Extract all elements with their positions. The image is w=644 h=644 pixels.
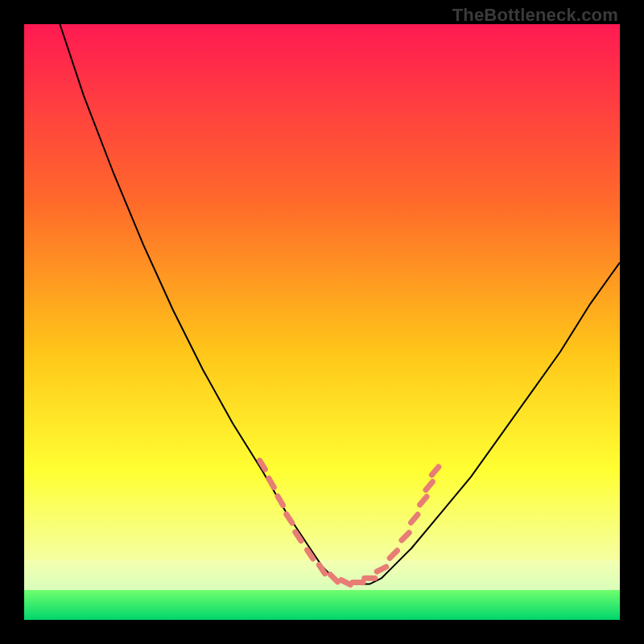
highlight-marker: [402, 533, 409, 540]
bottleneck-curve: [60, 24, 620, 584]
plot-area: [24, 24, 620, 620]
highlight-marker: [269, 478, 274, 487]
highlight-marker: [287, 514, 292, 523]
curve-layer: [24, 24, 620, 620]
highlight-marker: [319, 565, 324, 574]
chart-stage: TheBottleneck.com: [0, 0, 644, 644]
highlight-marker: [278, 496, 283, 505]
watermark-text: TheBottleneck.com: [452, 5, 618, 26]
highlight-marker: [426, 482, 432, 490]
highlight-marker: [341, 580, 351, 585]
highlight-markers: [260, 460, 439, 584]
highlight-marker: [330, 575, 337, 582]
highlight-marker: [411, 514, 418, 522]
highlight-marker: [420, 497, 427, 505]
highlight-marker: [431, 467, 438, 475]
highlight-marker: [390, 551, 397, 558]
highlight-marker: [377, 567, 386, 572]
